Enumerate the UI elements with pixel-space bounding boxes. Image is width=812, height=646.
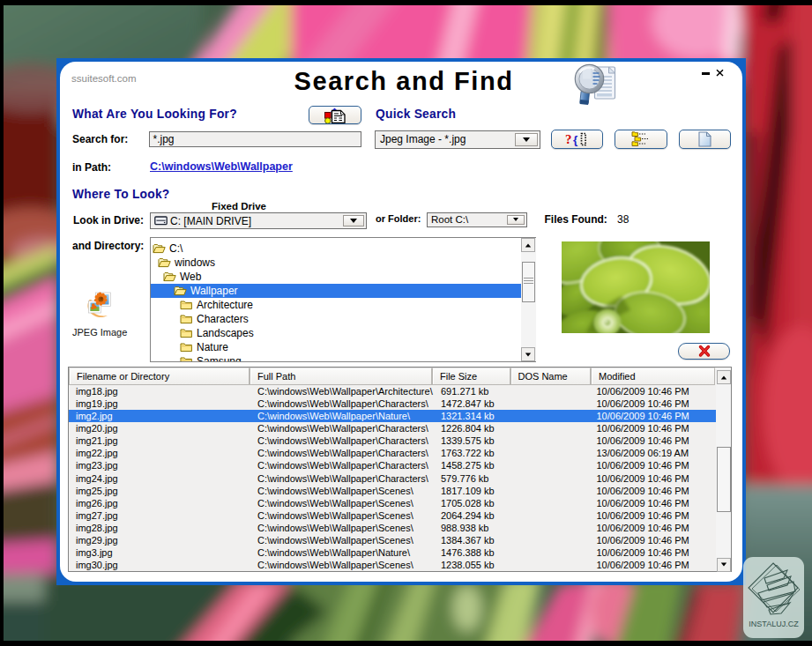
svg-text:?: ? bbox=[565, 132, 572, 146]
svg-text:{: { bbox=[573, 133, 577, 146]
svg-text:INSTALUJ.CZ: INSTALUJ.CZ bbox=[749, 620, 799, 628]
